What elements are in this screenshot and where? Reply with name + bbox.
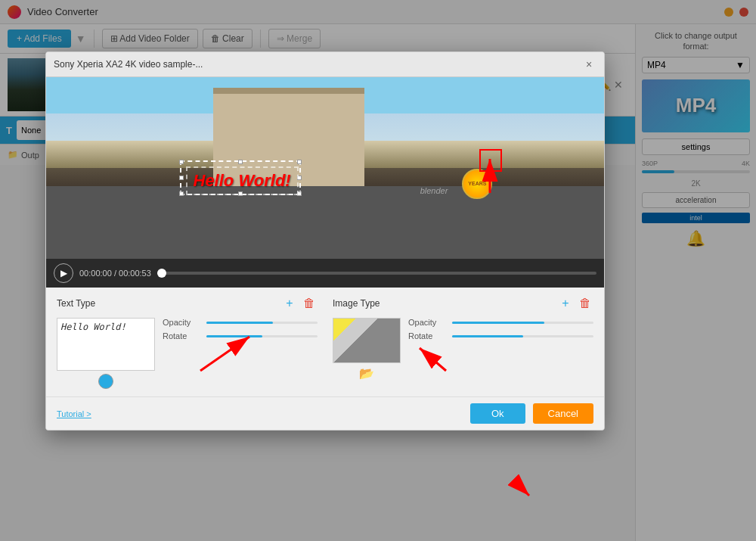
tutorial-link[interactable]: Tutorial > <box>57 409 463 418</box>
opacity-label: Opacity <box>163 318 200 327</box>
image-section-header: Image Type + 🗑 <box>333 295 593 312</box>
hello-world-overlay[interactable]: Hello World! <box>186 166 299 195</box>
handle-tl[interactable] <box>179 160 184 164</box>
image-rotate-label: Rotate <box>408 331 446 340</box>
total-time: 00:00:53 <box>119 269 151 278</box>
image-thumb[interactable] <box>333 318 401 363</box>
watermark-modal: Sony Xperia XA2 4K video sample-... × <box>45 51 605 431</box>
add-text-button[interactable]: + <box>281 295 298 312</box>
play-button[interactable]: ▶ <box>54 263 73 283</box>
text-rotate-row: Rotate <box>163 331 318 340</box>
handle-lm[interactable] <box>179 176 184 180</box>
image-section-controls: + 🗑 <box>557 295 593 312</box>
handle-tr[interactable] <box>297 160 302 164</box>
image-preview-area: 📂 <box>333 318 401 381</box>
text-opacity-row: Opacity <box>163 318 318 327</box>
opacity-slider-fill <box>206 322 273 324</box>
current-time: 00:00:00 <box>79 269 112 278</box>
blender-logo-watermark: blender <box>420 186 448 195</box>
text-tool-buttons <box>98 374 113 389</box>
delete-image-button[interactable]: 🗑 <box>577 295 593 312</box>
image-type-section: Image Type + 🗑 📂 Opac <box>333 295 593 389</box>
modal-close-button[interactable]: × <box>581 57 596 72</box>
video-preview-area: Hello World! blender YEARS <box>46 77 604 259</box>
text-preview-area: Hello World! <box>57 318 155 389</box>
modal-overlay: Sony Xperia XA2 4K video sample-... × <box>0 0 756 541</box>
text-section-controls: + 🗑 <box>281 295 318 312</box>
rotate-label: Rotate <box>163 331 200 340</box>
ok-button[interactable]: Ok <box>470 403 525 424</box>
image-thumb-inner <box>333 319 400 362</box>
anniversary-watermark: YEARS <box>462 169 492 199</box>
video-progress-bar[interactable] <box>157 272 596 275</box>
image-opacity-label: Opacity <box>408 318 446 327</box>
browse-image-button[interactable]: 📂 <box>359 366 374 381</box>
cancel-button[interactable]: Cancel <box>533 403 593 424</box>
opacity-slider[interactable] <box>206 322 318 324</box>
delete-text-button[interactable]: 🗑 <box>301 295 318 312</box>
text-color-button[interactable] <box>98 374 113 389</box>
modal-titlebar: Sony Xperia XA2 4K video sample-... × <box>46 52 604 77</box>
text-wm-settings: Opacity Rotate <box>163 318 318 340</box>
image-opacity-slider[interactable] <box>452 322 593 324</box>
text-preview-textarea[interactable]: Hello World! <box>57 318 155 371</box>
watermark-panel: Text Type + 🗑 Hello World! <box>46 288 604 396</box>
add-image-button[interactable]: + <box>557 295 574 312</box>
video-road <box>46 186 604 259</box>
text-type-section: Text Type + 🗑 Hello World! <box>57 295 318 389</box>
video-controls: ▶ 00:00:00 / 00:00:53 <box>46 259 604 288</box>
video-scene: Hello World! blender YEARS <box>46 77 604 259</box>
image-wm-content: 📂 Opacity Rotate <box>333 318 593 381</box>
rotate-slider-fill <box>206 335 262 337</box>
image-rotate-row: Rotate <box>408 331 593 340</box>
image-opacity-row: Opacity <box>408 318 593 327</box>
text-section-header: Text Type + 🗑 <box>57 295 318 312</box>
image-section-title: Image Type <box>333 298 380 309</box>
image-wm-settings: Opacity Rotate <box>408 318 593 340</box>
image-opacity-fill <box>452 322 544 324</box>
image-rotate-slider[interactable] <box>452 335 593 337</box>
modal-footer: Tutorial > Ok Cancel <box>46 396 604 430</box>
modal-title: Sony Xperia XA2 4K video sample-... <box>54 59 203 70</box>
svg-line-3 <box>514 480 529 496</box>
time-display: 00:00:00 / 00:00:53 <box>79 269 151 278</box>
text-section-title: Text Type <box>57 298 95 309</box>
handle-tm[interactable] <box>238 160 243 164</box>
text-wm-content: Hello World! Opacity Ro <box>57 318 318 389</box>
rotate-slider[interactable] <box>206 335 318 337</box>
progress-knob[interactable] <box>157 269 166 278</box>
anniversary-text: YEARS <box>468 181 486 186</box>
image-rotate-fill <box>452 335 523 337</box>
handle-bl[interactable] <box>179 191 184 196</box>
